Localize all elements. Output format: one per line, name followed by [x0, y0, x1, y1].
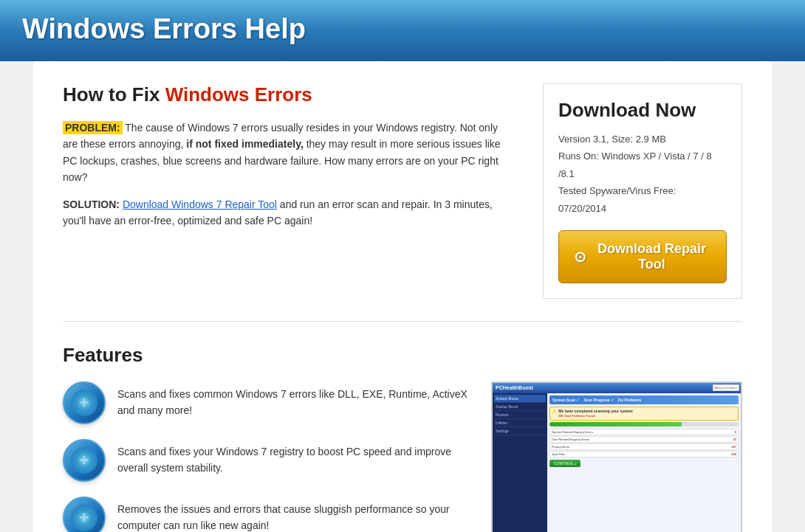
- ss-alert: ⚠ We have completed scanning your system…: [549, 407, 739, 421]
- feature-item-2: + Scans and fixes your Windows 7 registr…: [63, 439, 469, 482]
- ss-alert-title: We have completed scanning your system: [558, 409, 633, 414]
- left-column: How to Fix Windows Errors PROBLEM: The c…: [63, 83, 513, 299]
- ss-main: System Scan ✓ Scan Progress ✓ Fix Proble…: [547, 393, 741, 532]
- ss-alert-icon: ⚠: [552, 409, 557, 415]
- ss-results: System Related Registry Errors 8 User Re…: [549, 429, 739, 457]
- feature-icon-2: +: [63, 439, 106, 482]
- download-box: Download Now Version 3.1, Size: 2.9 MB R…: [543, 83, 742, 299]
- ss-result-count-1: 8: [735, 430, 736, 434]
- ss-titlebar: PCHealthBoost ─ □ ✕: [493, 383, 741, 393]
- ss-result-label-2: User Related Registry Errors: [552, 438, 589, 441]
- download-button-label: Download Repair Tool: [592, 241, 711, 272]
- feature-text-2: Scans and fixes your Windows 7 registry …: [117, 439, 469, 477]
- screenshot-column: PCHealthBoost ─ □ ✕: [491, 381, 742, 532]
- feature-text-1: Scans and fixes common Windows 7 errors …: [117, 381, 469, 419]
- runs-on: Runs On: Windows XP / Vista / 7 / 8 /8.1: [558, 148, 727, 182]
- download-icon: ⊙: [574, 248, 586, 266]
- ss-result-label-4: Junk Files: [552, 452, 565, 456]
- plus-icon-2: +: [71, 447, 97, 474]
- ss-sidebar-item-3: Restore: [494, 411, 546, 419]
- header-banner: Windows Errors Help: [0, 0, 805, 61]
- screenshot-image: PCHealthBoost ─ □ ✕: [491, 381, 742, 532]
- ss-result-count-4: 284: [731, 452, 736, 456]
- ss-sidebar: System Boost Startup Boost Restore Utili…: [493, 393, 547, 532]
- ss-body: System Boost Startup Boost Restore Utili…: [493, 393, 741, 532]
- ss-result-1: System Related Registry Errors 8: [549, 429, 739, 435]
- ss-result-count-2: 25: [733, 438, 736, 441]
- plus-icon-1: +: [71, 390, 97, 416]
- feature-icon-1: +: [63, 381, 106, 424]
- download-button[interactable]: ⊙ Download Repair Tool: [558, 230, 727, 283]
- ss-tabs: System Scan ✓ Scan Progress ✓ Fix Proble…: [549, 395, 739, 404]
- ss-progress-fill: [549, 422, 682, 426]
- solution-paragraph: SOLUTION: Download Windows 7 Repair Tool…: [63, 196, 513, 229]
- ss-result-3: Privacy Items 347: [549, 443, 739, 450]
- features-list: + Scans and fixes common Windows 7 error…: [63, 381, 469, 532]
- problem-label: PROBLEM:: [63, 121, 123, 134]
- ss-tab-1: System Scan ✓: [552, 398, 580, 402]
- ss-sidebar-item-5: Settings: [494, 427, 546, 435]
- features-section: Features + Scans and fixes common Window…: [33, 329, 772, 532]
- ss-continue-btn: CONTINUE »: [549, 460, 580, 467]
- ss-alert-detail: 246 Total Problems Found: [558, 414, 633, 418]
- mock-screen: PCHealthBoost ─ □ ✕: [493, 383, 741, 532]
- ss-result-2: User Related Registry Errors 25: [549, 436, 739, 443]
- ss-result-count-3: 347: [731, 445, 736, 449]
- download-title: Download Now: [558, 99, 727, 122]
- solution-link[interactable]: Download Windows 7 Repair Tool: [123, 198, 277, 210]
- feature-item-3: + Removes the issues and errors that cau…: [63, 497, 469, 532]
- ss-sidebar-item-1: System Boost: [494, 395, 546, 403]
- section-title: How to Fix Windows Errors: [63, 83, 513, 106]
- download-meta: Version 3.1, Size: 2.9 MB Runs On: Windo…: [558, 131, 727, 217]
- features-title: Features: [63, 344, 742, 367]
- site-title: Windows Errors Help: [22, 13, 783, 45]
- section-divider: [63, 321, 742, 322]
- ss-tab-2: Scan Progress ✓: [583, 398, 613, 402]
- version-info: Version 3.1, Size: 2.9 MB: [558, 131, 727, 148]
- tested-info: Tested Spyware/Virus Free: 07/20/2014: [558, 182, 727, 217]
- ss-tab-3: Fix Problems: [618, 398, 641, 402]
- feature-text-3: Removes the issues and errors that cause…: [117, 497, 469, 532]
- ss-result-label-1: System Related Registry Errors: [552, 430, 593, 434]
- feature-icon-3: +: [63, 497, 106, 532]
- page-wrapper: Windows Errors Help How to Fix Windows E…: [0, 0, 805, 532]
- ss-result-4: Junk Files 284: [549, 451, 739, 457]
- ss-titlebar-text: PCHealthBoost: [496, 385, 710, 390]
- ss-sidebar-item-2: Startup Boost: [494, 403, 546, 411]
- feature-item-1: + Scans and fixes common Windows 7 error…: [63, 381, 469, 424]
- problem-paragraph: PROBLEM: The cause of Windows 7 errors u…: [63, 120, 513, 186]
- ss-sidebar-item-4: Utilities: [494, 419, 546, 427]
- ss-alert-content: We have completed scanning your system 2…: [558, 409, 633, 418]
- ss-result-label-3: Privacy Items: [552, 445, 569, 449]
- plus-icon-3: +: [71, 505, 97, 531]
- ss-progress-bar: [549, 422, 739, 426]
- problem-bold: if not fixed immediately,: [186, 138, 303, 150]
- solution-label: SOLUTION:: [63, 198, 120, 210]
